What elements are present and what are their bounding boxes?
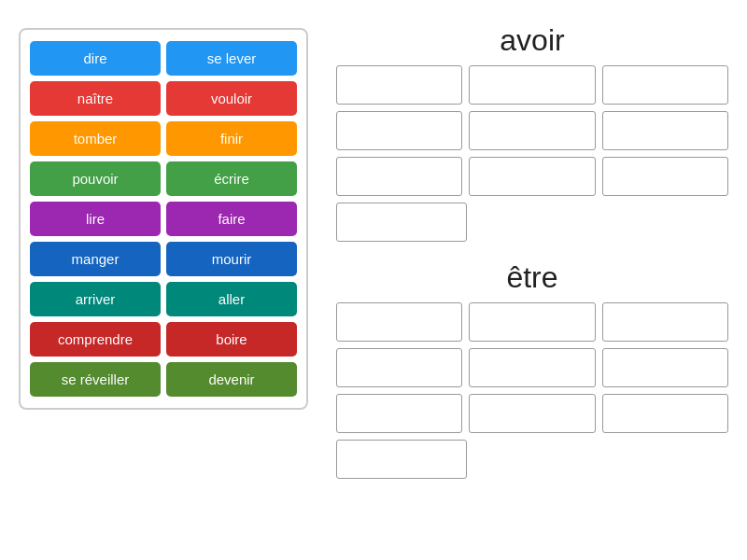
avoir-title: avoir	[336, 23, 728, 58]
word-btn-se-réveiller[interactable]: se réveiller	[30, 362, 161, 397]
etre-cell-1[interactable]	[336, 302, 462, 342]
avoir-row-3	[336, 157, 728, 196]
etre-title: être	[336, 260, 728, 295]
etre-section: être	[336, 260, 728, 479]
word-btn-faire[interactable]: faire	[166, 202, 297, 236]
word-btn-arriver[interactable]: arriver	[30, 282, 161, 316]
drop-zones-panel: avoir être	[336, 19, 728, 479]
word-btn-dire[interactable]: dire	[30, 41, 161, 76]
etre-cell-9[interactable]	[602, 394, 728, 433]
avoir-row-4	[336, 203, 467, 242]
word-btn-manger[interactable]: manger	[30, 242, 161, 276]
avoir-cell-7[interactable]	[336, 157, 462, 196]
avoir-cell-9[interactable]	[602, 157, 728, 196]
avoir-row-2	[336, 111, 728, 150]
avoir-cell-6[interactable]	[602, 111, 728, 150]
etre-row-4	[336, 440, 467, 479]
word-btn-vouloir[interactable]: vouloir	[166, 81, 297, 116]
word-btn-tomber[interactable]: tomber	[30, 121, 161, 156]
etre-row-2	[336, 348, 728, 387]
etre-cell-2[interactable]	[469, 302, 595, 342]
etre-cell-5[interactable]	[469, 348, 595, 387]
etre-cell-3[interactable]	[602, 302, 728, 342]
avoir-section: avoir	[336, 23, 728, 242]
avoir-cell-5[interactable]	[469, 111, 595, 150]
word-btn-boire[interactable]: boire	[166, 322, 297, 357]
avoir-row-1	[336, 65, 728, 105]
etre-row-1	[336, 302, 728, 342]
word-bank: direse levernaîtrevouloirtomberfinirpouv…	[19, 28, 308, 410]
word-btn-aller[interactable]: aller	[166, 282, 297, 316]
word-btn-mourir[interactable]: mourir	[166, 242, 297, 276]
etre-cell-4[interactable]	[336, 348, 462, 387]
word-btn-devenir[interactable]: devenir	[166, 362, 297, 397]
etre-drop-rows	[336, 302, 728, 479]
word-btn-se-lever[interactable]: se lever	[166, 41, 297, 76]
avoir-cell-3[interactable]	[602, 65, 728, 105]
etre-cell-7[interactable]	[336, 394, 462, 433]
etre-cell-8[interactable]	[469, 394, 595, 433]
avoir-drop-rows	[336, 65, 728, 242]
avoir-cell-8[interactable]	[469, 157, 595, 196]
word-btn-naître[interactable]: naître	[30, 81, 161, 116]
etre-cell-6[interactable]	[602, 348, 728, 387]
word-btn-lire[interactable]: lire	[30, 202, 161, 236]
word-btn-écrire[interactable]: écrire	[166, 161, 297, 196]
word-btn-comprendre[interactable]: comprendre	[30, 322, 161, 357]
avoir-cell-1[interactable]	[336, 65, 462, 105]
avoir-cell-2[interactable]	[469, 65, 595, 105]
etre-row-3	[336, 394, 728, 433]
avoir-cell-4[interactable]	[336, 111, 462, 150]
word-btn-pouvoir[interactable]: pouvoir	[30, 161, 161, 196]
etre-cell-10[interactable]	[336, 440, 467, 479]
avoir-cell-10[interactable]	[336, 203, 467, 242]
word-btn-finir[interactable]: finir	[166, 121, 297, 156]
